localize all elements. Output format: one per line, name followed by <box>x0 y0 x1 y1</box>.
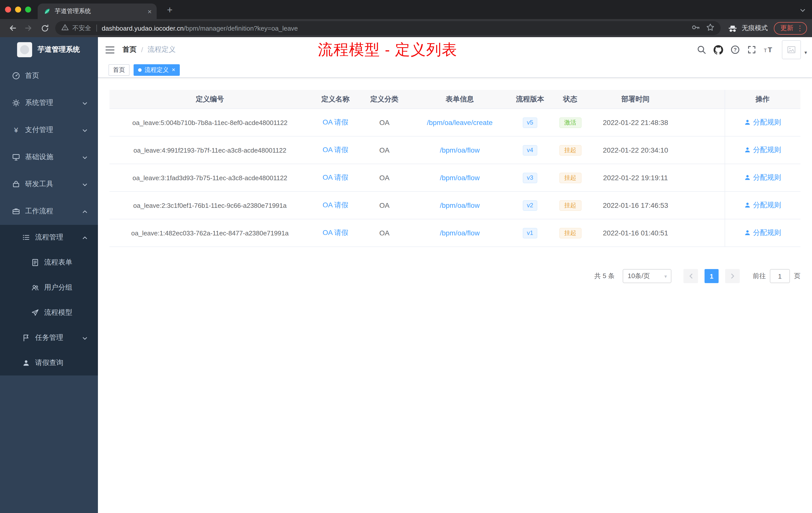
browser-tab[interactable]: 芋道管理系统 × <box>38 3 157 19</box>
sidebar-item-system[interactable]: 系统管理 <box>0 89 98 117</box>
next-page-button[interactable] <box>725 269 740 283</box>
page-size-select[interactable]: 10条/页 ▾ <box>623 269 671 283</box>
assign-rule-link[interactable]: 分配规则 <box>744 118 781 127</box>
browser-toolbar: 不安全 dashboard.yudao.iocoder.cn/bpm/manag… <box>0 19 812 37</box>
update-label: 更新 <box>780 24 793 33</box>
status-badge: 挂起 <box>559 228 581 238</box>
font-size-icon[interactable]: TT <box>764 46 774 54</box>
maximize-window-button[interactable] <box>25 6 31 12</box>
column-header: 操作 <box>725 95 801 104</box>
assign-rule-link[interactable]: 分配规则 <box>744 146 781 155</box>
form-link[interactable]: /bpm/oa/flow <box>440 229 480 237</box>
monitor-icon <box>12 153 20 161</box>
chrome-update-button[interactable]: 更新 ⋮ <box>774 22 807 34</box>
sidebar-item-process-form[interactable]: 流程表单 <box>0 250 98 275</box>
version-tag: v3 <box>523 173 537 183</box>
address-bar[interactable]: 不安全 dashboard.yudao.iocoder.cn/bpm/manag… <box>55 21 721 35</box>
page-number-1[interactable]: 1 <box>704 269 719 283</box>
table-row: oa_leave:5:004b710b-7b8a-11ec-8ef0-acde4… <box>110 109 801 137</box>
chevron-down-icon <box>82 335 88 343</box>
tab-search-icon[interactable] <box>800 6 806 16</box>
search-icon[interactable] <box>697 45 706 54</box>
sidebar-item-infrastructure[interactable]: 基础设施 <box>0 144 98 171</box>
sidebar-item-leave-query[interactable]: 请假查询 <box>0 350 98 375</box>
url-path: /bpm/manager/definition?key=oa_leave <box>184 24 298 32</box>
github-icon[interactable] <box>714 45 723 55</box>
sidebar-item-dev-tools[interactable]: 研发工具 <box>0 171 98 198</box>
form-link[interactable]: /bpm/oa/flow <box>440 174 480 182</box>
definition-id: oa_leave:5:004b710b-7b8a-11ec-8ef0-acde4… <box>110 119 310 126</box>
incognito-badge: 无痕模式 <box>728 24 768 33</box>
avatar[interactable] <box>782 40 801 59</box>
form-link[interactable]: /bpm/oa/leave/create <box>427 118 493 126</box>
tag-home[interactable]: 首页 <box>109 64 129 76</box>
status-badge: 挂起 <box>559 173 581 183</box>
close-window-button[interactable] <box>5 6 11 12</box>
version-tag: v5 <box>523 117 537 128</box>
definition-name-link[interactable]: OA 请假 <box>323 173 348 181</box>
close-tab-icon[interactable]: × <box>148 8 152 15</box>
goto-page-input[interactable] <box>770 269 790 283</box>
sidebar-item-task-management[interactable]: 任务管理 <box>0 325 98 350</box>
caret-down-icon[interactable]: ▾ <box>805 50 807 55</box>
reload-icon[interactable] <box>37 21 52 35</box>
sidebar-item-process-management[interactable]: 流程管理 <box>0 225 98 250</box>
security-label[interactable]: 不安全 <box>72 24 91 32</box>
list-icon <box>22 233 30 241</box>
app-navbar: 首页 / 流程定义 流程模型 - 定义列表 ? <box>98 37 812 62</box>
definition-name-link[interactable]: OA 请假 <box>323 229 348 236</box>
form-link[interactable]: /bpm/oa/flow <box>440 201 480 209</box>
version-tag: v2 <box>523 200 537 211</box>
sidebar-item-workflow[interactable]: 工作流程 <box>0 198 98 225</box>
version-tag: v1 <box>523 228 537 238</box>
sidebar-item-user-group[interactable]: 用户分组 <box>0 275 98 300</box>
fullscreen-icon[interactable] <box>747 45 756 54</box>
close-tag-icon[interactable]: × <box>172 67 175 73</box>
sidebar-item-label: 流程管理 <box>35 233 63 242</box>
gear-icon <box>12 99 20 107</box>
goto-label: 前往 <box>753 272 766 280</box>
password-key-icon[interactable] <box>692 23 700 33</box>
table-row: oa_leave:2:3c1f0ef1-76b1-11ec-9c66-a2380… <box>110 192 801 219</box>
back-icon[interactable] <box>5 21 20 35</box>
form-link[interactable]: /bpm/oa/flow <box>440 146 480 154</box>
definition-category: OA <box>360 118 408 126</box>
breadcrumb-home[interactable]: 首页 <box>122 45 137 54</box>
forward-icon[interactable] <box>21 21 36 35</box>
help-icon[interactable]: ? <box>731 45 740 54</box>
chevron-down-icon <box>82 127 88 135</box>
definition-category: OA <box>360 229 408 237</box>
prev-page-button[interactable] <box>684 269 698 283</box>
more-vertical-icon[interactable]: ⋮ <box>796 24 804 32</box>
tag-process-definition[interactable]: 流程定义 × <box>134 64 180 76</box>
warning-icon <box>61 23 69 33</box>
definition-name-link[interactable]: OA 请假 <box>323 146 348 154</box>
bookmark-star-icon[interactable] <box>706 23 715 33</box>
url-text[interactable]: dashboard.yudao.iocoder.cn/bpm/manager/d… <box>102 24 688 32</box>
sidebar-item-label: 首页 <box>25 71 39 80</box>
page-content: 定义编号 定义名称 定义分类 表单信息 流程版本 状态 部署时间 操作 oa_l… <box>98 78 812 513</box>
lock-icon <box>12 180 20 188</box>
person-icon <box>744 175 751 181</box>
new-tab-button[interactable]: + <box>163 3 177 17</box>
sidebar-logo[interactable]: 芋道管理系统 <box>0 37 98 62</box>
incognito-icon <box>728 24 738 32</box>
definition-name-link[interactable]: OA 请假 <box>323 201 348 209</box>
assign-rule-link[interactable]: 分配规则 <box>744 173 781 182</box>
status-badge: 挂起 <box>559 145 581 155</box>
definition-name-link[interactable]: OA 请假 <box>323 118 348 126</box>
sidebar-item-process-model[interactable]: 流程模型 <box>0 300 98 325</box>
user-icon <box>22 359 30 367</box>
sidebar-item-payment[interactable]: ¥ 支付管理 <box>0 117 98 144</box>
assign-rule-link[interactable]: 分配规则 <box>744 201 781 210</box>
tags-view-bar: 首页 流程定义 × <box>98 62 812 78</box>
chevron-up-icon <box>82 234 88 242</box>
assign-rule-link[interactable]: 分配规则 <box>744 229 781 237</box>
tab-strip: 芋道管理系统 × + <box>0 0 812 19</box>
deploy-time: 2022-01-22 21:48:38 <box>591 118 679 126</box>
logo-avatar <box>17 42 32 57</box>
briefcase-icon <box>12 207 20 215</box>
minimize-window-button[interactable] <box>15 6 21 12</box>
hamburger-icon[interactable] <box>98 37 122 62</box>
sidebar-item-home[interactable]: 首页 <box>0 62 98 89</box>
